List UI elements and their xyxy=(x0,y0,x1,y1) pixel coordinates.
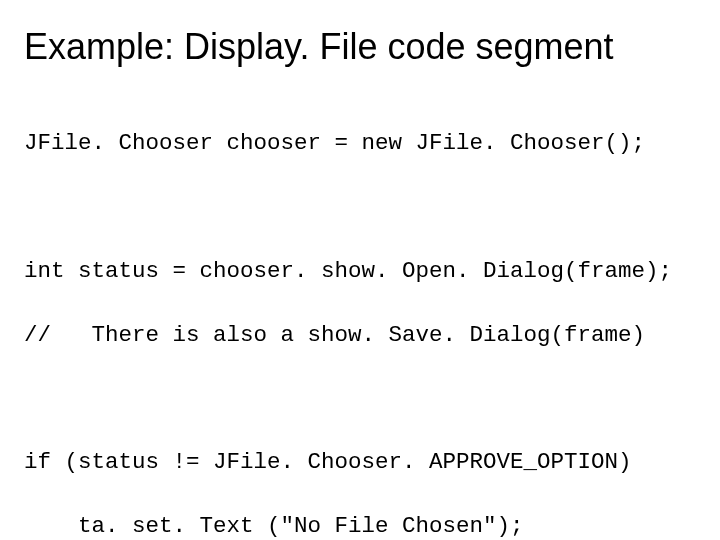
blank-line xyxy=(24,384,696,416)
code-line: if (status != JFile. Chooser. APPROVE_OP… xyxy=(24,447,696,479)
code-line: // There is also a show. Save. Dialog(fr… xyxy=(24,320,696,352)
code-block: JFile. Chooser chooser = new JFile. Choo… xyxy=(24,96,696,540)
code-line: JFile. Chooser chooser = new JFile. Choo… xyxy=(24,128,696,160)
slide: Example: Display. File code segment JFil… xyxy=(0,0,720,540)
slide-title: Example: Display. File code segment xyxy=(24,26,696,68)
blank-line xyxy=(24,192,696,224)
code-line: int status = chooser. show. Open. Dialog… xyxy=(24,256,696,288)
code-line: ta. set. Text ("No File Chosen"); xyxy=(24,511,696,540)
